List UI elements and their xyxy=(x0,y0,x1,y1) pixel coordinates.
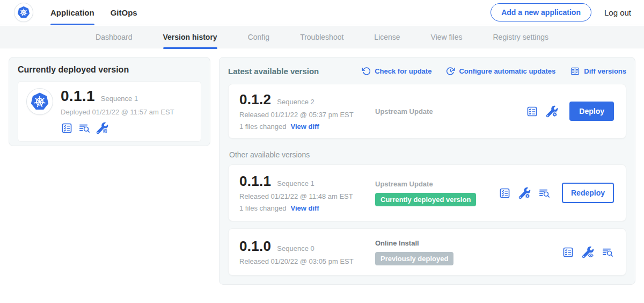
version-info: 0.1.2 Sequence 2 Released 01/21/22 @ 05:… xyxy=(239,92,375,131)
wrench-gear-icon[interactable] xyxy=(518,187,531,199)
previously-deployed-badge: Previously deployed xyxy=(375,252,453,265)
sequence-label: Sequence 1 xyxy=(277,179,314,187)
checklist-icon[interactable] xyxy=(526,105,538,118)
view-diff-link[interactable]: View diff xyxy=(290,204,319,212)
check-for-update-link[interactable]: Check for update xyxy=(362,67,431,76)
wrench-eye-icon[interactable] xyxy=(582,246,594,258)
app-sub-nav: Dashboard Version history Config Trouble… xyxy=(0,26,644,48)
sequence-label: Sequence 0 xyxy=(277,244,314,252)
tab-application[interactable]: Application xyxy=(50,0,94,25)
subnav-tab-view-files-label: View files xyxy=(431,33,463,41)
version-source: Online Install Previously deployed xyxy=(375,239,562,265)
version-actions: Deploy xyxy=(526,102,614,121)
subnav-tab-version-history[interactable]: Version history xyxy=(163,26,217,48)
source-label: Upstream Update xyxy=(375,107,521,116)
source-label: Online Install xyxy=(375,239,557,247)
currently-deployed-card: 0.1.1 Sequence 1 Deployed 01/21/22 @ 11:… xyxy=(18,81,201,142)
files-changed-label: 1 files changed xyxy=(239,122,286,131)
subnav-tab-registry-settings-label: Registry settings xyxy=(493,33,548,41)
diff-versions-label: Diff versions xyxy=(584,67,626,75)
tab-gitops[interactable]: GitOps xyxy=(111,0,137,25)
subnav-tab-registry-settings[interactable]: Registry settings xyxy=(493,26,548,48)
redeploy-button[interactable]: Redeploy xyxy=(562,183,614,203)
configure-automatic-updates-link[interactable]: Configure automatic updates xyxy=(446,67,555,76)
released-timestamp: Released 01/20/22 @ 03:05 pm EST xyxy=(239,257,375,265)
refresh-icon xyxy=(362,67,371,76)
auto-update-icon xyxy=(446,67,455,76)
kubernetes-logo-icon xyxy=(17,5,31,19)
subnav-tab-troubleshoot[interactable]: Troubleshoot xyxy=(300,26,343,48)
version-actions xyxy=(562,246,614,258)
other-versions-title: Other available versions xyxy=(229,150,626,159)
version-info: 0.1.1 Sequence 1 Released 01/21/22 @ 11:… xyxy=(239,174,375,212)
subnav-tab-version-history-label: Version history xyxy=(163,33,217,41)
tab-gitops-label: GitOps xyxy=(111,8,137,17)
deploy-button[interactable]: Deploy xyxy=(569,102,614,121)
view-diff-link[interactable]: View diff xyxy=(290,122,319,131)
tab-application-label: Application xyxy=(50,8,94,17)
subnav-tab-dashboard[interactable]: Dashboard xyxy=(96,26,133,48)
version-row-0-1-1: 0.1.1 Sequence 1 Released 01/21/22 @ 11:… xyxy=(228,164,626,221)
check-for-update-label: Check for update xyxy=(375,67,431,75)
version-actions: Redeploy xyxy=(499,183,614,203)
active-tab-underline xyxy=(50,24,94,25)
checklist-icon[interactable] xyxy=(499,187,511,199)
app-logo-avatar xyxy=(14,3,33,21)
source-label: Upstream Update xyxy=(375,180,493,188)
diff-icon xyxy=(570,66,580,76)
version-source: Upstream Update Currently deployed versi… xyxy=(375,180,499,206)
subnav-tab-dashboard-label: Dashboard xyxy=(96,33,133,41)
view-files-icon[interactable] xyxy=(602,246,614,258)
logout-button[interactable]: Log out xyxy=(604,8,631,17)
currently-deployed-title: Currently deployed version xyxy=(18,65,201,75)
checklist-icon[interactable] xyxy=(562,246,574,258)
top-nav: Application GitOps Add a new application… xyxy=(0,0,644,25)
currently-deployed-badge: Currently deployed version xyxy=(375,193,476,206)
version-source: Upstream Update xyxy=(375,107,526,116)
subnav-tab-config-label: Config xyxy=(248,33,269,41)
version-history-panel: Latest available version Check for updat… xyxy=(219,57,635,285)
kubernetes-logo-icon xyxy=(30,91,50,112)
deployed-version-info: 0.1.1 Sequence 1 Deployed 01/21/22 @ 11:… xyxy=(61,89,174,134)
app-logo-avatar xyxy=(27,89,53,114)
sequence-label: Sequence 2 xyxy=(277,98,314,106)
deployed-timestamp: Deployed 01/21/22 @ 11:57 am EST xyxy=(61,108,174,116)
view-files-icon[interactable] xyxy=(538,187,551,199)
subnav-tab-troubleshoot-label: Troubleshoot xyxy=(300,33,343,41)
subnav-tab-license-label: License xyxy=(374,33,400,41)
latest-version-title: Latest available version xyxy=(228,67,347,76)
released-timestamp: Released 01/21/22 @ 11:48 am EST xyxy=(239,192,375,200)
subnav-tab-config[interactable]: Config xyxy=(248,26,269,48)
wrench-gear-icon[interactable] xyxy=(546,105,558,118)
wrench-gear-icon[interactable] xyxy=(96,122,108,134)
deployed-version-number: 0.1.1 xyxy=(61,89,95,104)
version-info: 0.1.0 Sequence 0 Released 01/20/22 @ 03:… xyxy=(239,239,375,265)
version-row-0-1-2: 0.1.2 Sequence 2 Released 01/21/22 @ 05:… xyxy=(228,84,626,139)
subnav-tab-view-files[interactable]: View files xyxy=(431,26,463,48)
subnav-tab-license[interactable]: License xyxy=(374,26,400,48)
currently-deployed-panel: Currently deployed version 0.1.1 Sequenc… xyxy=(9,57,210,146)
version-number: 0.1.1 xyxy=(239,174,271,188)
view-files-icon[interactable] xyxy=(78,122,91,134)
active-subnav-underline xyxy=(163,47,217,49)
add-application-button[interactable]: Add a new application xyxy=(491,3,591,21)
version-number: 0.1.0 xyxy=(239,239,271,253)
files-changed-label: 1 files changed xyxy=(239,204,286,212)
diff-versions-link[interactable]: Diff versions xyxy=(570,66,626,76)
configure-automatic-updates-label: Configure automatic updates xyxy=(459,67,555,75)
checklist-icon[interactable] xyxy=(61,122,73,134)
deployed-sequence-label: Sequence 1 xyxy=(101,95,138,103)
version-number: 0.1.2 xyxy=(239,92,271,106)
released-timestamp: Released 01/21/22 @ 05:37 pm EST xyxy=(239,111,375,119)
latest-version-header: Latest available version Check for updat… xyxy=(228,65,626,77)
version-row-0-1-0: 0.1.0 Sequence 0 Released 01/20/22 @ 03:… xyxy=(228,228,626,276)
